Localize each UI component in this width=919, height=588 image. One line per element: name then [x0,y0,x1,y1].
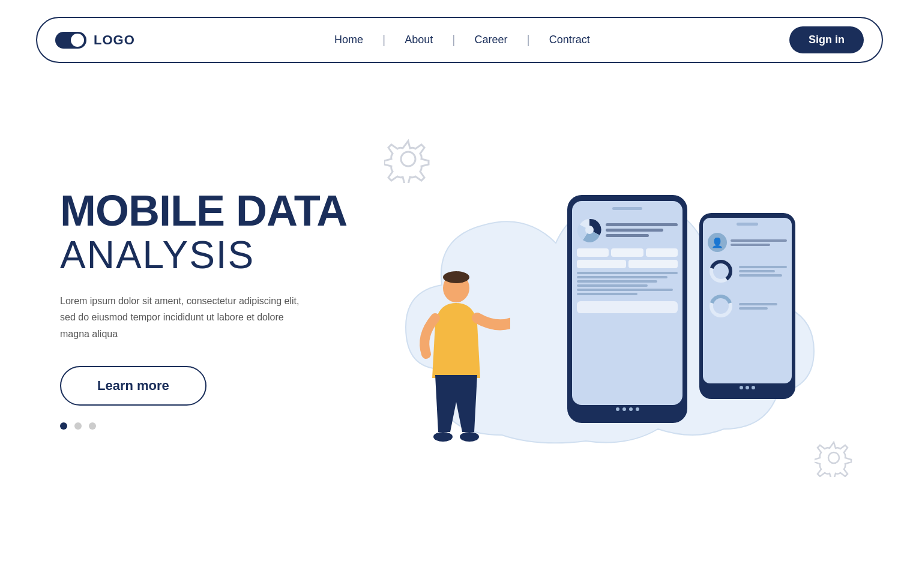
phone-big-screen [572,201,682,405]
navbar: LOGO Home | About | Career | Contract Si… [36,17,883,63]
phone-small-speaker [737,223,758,226]
pie-data-lines [606,223,678,237]
pagination-dot-1[interactable] [60,422,67,430]
nav-separator-1: | [382,33,385,47]
phone-dot [622,407,626,411]
text-block [577,272,678,295]
pie-chart-row [577,217,678,242]
phone-speaker [612,207,642,210]
small-text-line [739,270,775,272]
hero-section: MOBILE DATA ANALYSIS Lorem ipsum dolor s… [0,63,919,543]
pagination-dots [60,422,348,430]
avatar-circle: 👤 [708,233,727,252]
phone-big-dots [572,407,682,411]
small-text-line [739,274,782,277]
card-item [577,248,609,257]
svg-point-3 [443,271,469,283]
phone-dot [629,407,633,411]
nav-links: Home | About | Career | Contract [315,33,609,47]
phone-big [567,195,687,423]
phone-small: 👤 [699,213,795,399]
small-data-line [731,244,770,246]
card-row [577,248,678,257]
avatar-data-lines [731,239,787,246]
donut-text-1 [739,266,787,277]
phone-dot [746,386,749,389]
small-text-line [739,307,768,310]
avatar-row: 👤 [708,233,787,252]
text-line [577,276,667,278]
text-line [577,293,637,295]
phone-dot [636,407,639,411]
hero-description: Lorem ipsum dolor sit ament, consectetur… [60,293,300,342]
phone-dot [616,407,619,411]
hero-illustration: 👤 [348,123,871,495]
svg-point-1 [828,452,839,463]
learn-more-button[interactable]: Learn more [60,366,206,406]
small-text-line [739,266,787,268]
nav-separator-2: | [452,33,455,47]
hero-title-main: MOBILE DATA ANALYSIS [60,188,348,276]
nav-link-career[interactable]: Career [455,34,526,46]
nav-separator-3: | [527,33,530,47]
svg-point-5 [460,432,479,442]
avatar-icon: 👤 [711,237,723,248]
hero-left: MOBILE DATA ANALYSIS Lorem ipsum dolor s… [60,188,348,430]
phone-small-dots [703,386,792,389]
toggle-icon[interactable] [55,32,86,49]
donut-row-1 [708,256,787,287]
phone-dot [752,386,755,389]
phone-small-screen: 👤 [703,218,792,383]
phones-container: 👤 [567,195,795,423]
small-data-line [731,239,787,242]
hero-title-line2: ANALYSIS [60,233,255,277]
text-line [577,280,657,283]
hero-title-line1: MOBILE DATA [60,187,347,235]
text-line [577,289,673,291]
pagination-dot-2[interactable] [74,422,82,430]
svg-point-4 [433,432,453,442]
small-text-line [739,303,777,305]
phone-dot [740,386,743,389]
data-line [606,223,678,226]
donut-row-2 [708,290,787,322]
person-figure [402,258,510,462]
text-line [577,284,648,287]
nav-link-home[interactable]: Home [315,34,382,46]
donut-chart-1 [708,258,734,284]
data-line [606,229,663,232]
card-row [577,260,678,268]
logo-text: LOGO [94,32,135,48]
svg-point-0 [401,152,415,166]
gear-icon-bottom [815,439,853,477]
gear-icon-top [384,135,432,183]
logo-area: LOGO [55,32,135,49]
pagination-dot-3[interactable] [89,422,96,430]
svg-point-8 [585,226,594,234]
phone-btn-block [577,301,678,313]
text-line [577,272,678,274]
donut-chart-2 [708,293,734,319]
nav-link-contract[interactable]: Contract [530,34,609,46]
signin-button[interactable]: Sign in [789,26,864,53]
card-group [577,248,678,268]
donut-text-2 [739,303,787,310]
pie-chart-icon [577,217,602,242]
card-item [628,260,678,268]
card-item [577,260,626,268]
card-item [646,248,678,257]
data-line [606,234,649,237]
nav-link-about[interactable]: About [385,34,452,46]
toggle-circle [71,34,84,47]
card-item [611,248,643,257]
